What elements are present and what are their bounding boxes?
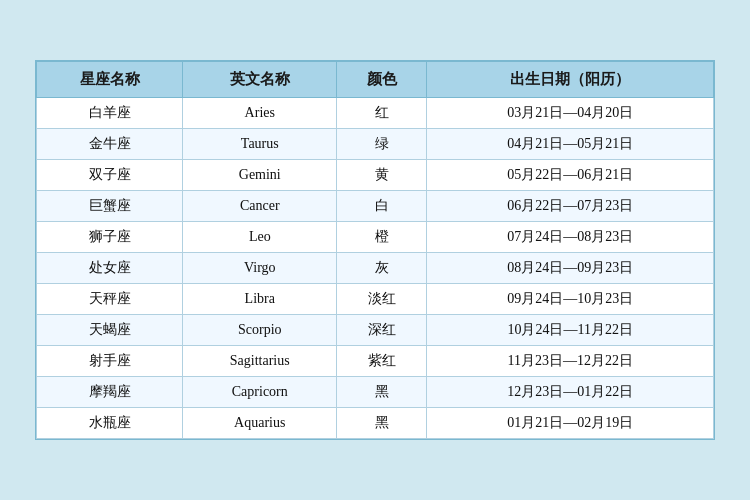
cell-r7-c3: 10月24日—11月22日 <box>427 315 714 346</box>
table-row: 天蝎座Scorpio深红10月24日—11月22日 <box>37 315 714 346</box>
cell-r5-c1: Virgo <box>183 253 337 284</box>
table-row: 双子座Gemini黄05月22日—06月21日 <box>37 160 714 191</box>
cell-r1-c3: 04月21日—05月21日 <box>427 129 714 160</box>
table-row: 白羊座Aries红03月21日—04月20日 <box>37 98 714 129</box>
table-row: 摩羯座Capricorn黑12月23日—01月22日 <box>37 377 714 408</box>
cell-r6-c1: Libra <box>183 284 337 315</box>
cell-r2-c2: 黄 <box>337 160 427 191</box>
cell-r5-c2: 灰 <box>337 253 427 284</box>
cell-r5-c0: 处女座 <box>37 253 183 284</box>
cell-r1-c2: 绿 <box>337 129 427 160</box>
cell-r4-c0: 狮子座 <box>37 222 183 253</box>
zodiac-table: 星座名称 英文名称 颜色 出生日期（阳历） 白羊座Aries红03月21日—04… <box>36 61 714 439</box>
table-row: 水瓶座Aquarius黑01月21日—02月19日 <box>37 408 714 439</box>
cell-r9-c3: 12月23日—01月22日 <box>427 377 714 408</box>
header-color: 颜色 <box>337 62 427 98</box>
cell-r4-c1: Leo <box>183 222 337 253</box>
header-birthday: 出生日期（阳历） <box>427 62 714 98</box>
cell-r8-c2: 紫红 <box>337 346 427 377</box>
table-row: 射手座Sagittarius紫红11月23日—12月22日 <box>37 346 714 377</box>
table-row: 天秤座Libra淡红09月24日—10月23日 <box>37 284 714 315</box>
cell-r10-c3: 01月21日—02月19日 <box>427 408 714 439</box>
cell-r7-c1: Scorpio <box>183 315 337 346</box>
cell-r0-c3: 03月21日—04月20日 <box>427 98 714 129</box>
cell-r2-c1: Gemini <box>183 160 337 191</box>
cell-r4-c3: 07月24日—08月23日 <box>427 222 714 253</box>
cell-r7-c2: 深红 <box>337 315 427 346</box>
table-row: 金牛座Taurus绿04月21日—05月21日 <box>37 129 714 160</box>
cell-r8-c0: 射手座 <box>37 346 183 377</box>
header-chinese-name: 星座名称 <box>37 62 183 98</box>
cell-r7-c0: 天蝎座 <box>37 315 183 346</box>
cell-r6-c3: 09月24日—10月23日 <box>427 284 714 315</box>
cell-r1-c0: 金牛座 <box>37 129 183 160</box>
cell-r3-c0: 巨蟹座 <box>37 191 183 222</box>
cell-r9-c2: 黑 <box>337 377 427 408</box>
cell-r3-c3: 06月22日—07月23日 <box>427 191 714 222</box>
cell-r0-c0: 白羊座 <box>37 98 183 129</box>
cell-r3-c2: 白 <box>337 191 427 222</box>
cell-r4-c2: 橙 <box>337 222 427 253</box>
cell-r5-c3: 08月24日—09月23日 <box>427 253 714 284</box>
cell-r9-c0: 摩羯座 <box>37 377 183 408</box>
table-row: 巨蟹座Cancer白06月22日—07月23日 <box>37 191 714 222</box>
cell-r1-c1: Taurus <box>183 129 337 160</box>
cell-r2-c0: 双子座 <box>37 160 183 191</box>
cell-r9-c1: Capricorn <box>183 377 337 408</box>
cell-r8-c1: Sagittarius <box>183 346 337 377</box>
table-header-row: 星座名称 英文名称 颜色 出生日期（阳历） <box>37 62 714 98</box>
cell-r10-c0: 水瓶座 <box>37 408 183 439</box>
cell-r0-c1: Aries <box>183 98 337 129</box>
cell-r10-c2: 黑 <box>337 408 427 439</box>
cell-r0-c2: 红 <box>337 98 427 129</box>
table-body: 白羊座Aries红03月21日—04月20日金牛座Taurus绿04月21日—0… <box>37 98 714 439</box>
cell-r10-c1: Aquarius <box>183 408 337 439</box>
zodiac-table-wrapper: 星座名称 英文名称 颜色 出生日期（阳历） 白羊座Aries红03月21日—04… <box>35 60 715 440</box>
cell-r3-c1: Cancer <box>183 191 337 222</box>
cell-r2-c3: 05月22日—06月21日 <box>427 160 714 191</box>
cell-r8-c3: 11月23日—12月22日 <box>427 346 714 377</box>
header-english-name: 英文名称 <box>183 62 337 98</box>
cell-r6-c2: 淡红 <box>337 284 427 315</box>
table-row: 狮子座Leo橙07月24日—08月23日 <box>37 222 714 253</box>
cell-r6-c0: 天秤座 <box>37 284 183 315</box>
table-row: 处女座Virgo灰08月24日—09月23日 <box>37 253 714 284</box>
